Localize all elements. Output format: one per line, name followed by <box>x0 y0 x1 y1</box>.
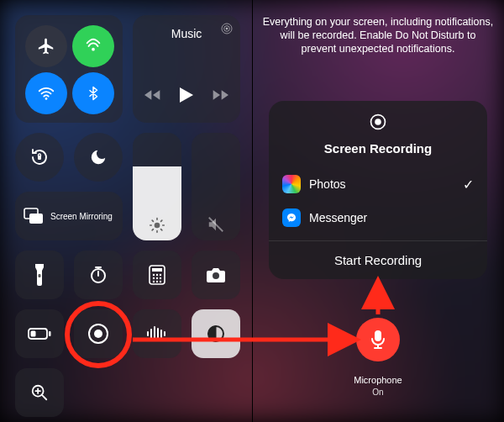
svg-point-1 <box>45 98 48 100</box>
photos-app-icon <box>282 175 301 193</box>
brightness-icon <box>133 217 181 234</box>
dark-mode-icon <box>206 324 226 344</box>
media-rewind-button[interactable] <box>144 89 161 104</box>
svg-point-15 <box>156 274 158 276</box>
screen-record-icon <box>369 113 387 131</box>
magnifier-icon <box>30 383 49 402</box>
svg-point-23 <box>213 272 219 279</box>
rotation-lock-toggle[interactable] <box>15 133 64 182</box>
svg-point-19 <box>160 277 161 279</box>
svg-rect-42 <box>375 330 381 341</box>
media-forward-button[interactable] <box>212 89 228 104</box>
svg-point-28 <box>94 330 102 338</box>
svg-point-14 <box>153 274 155 276</box>
flashlight-button[interactable] <box>15 251 64 299</box>
battery-icon <box>28 328 51 340</box>
low-power-mode-button[interactable] <box>15 309 64 358</box>
airplane-icon <box>37 37 55 55</box>
calculator-button[interactable] <box>133 251 181 299</box>
timer-button[interactable] <box>74 251 123 299</box>
camera-button[interactable] <box>192 251 240 299</box>
svg-point-22 <box>160 281 161 282</box>
wifi-toggle[interactable] <box>25 72 67 114</box>
record-target-label: Photos <box>309 177 346 191</box>
waveform-icon <box>146 326 168 341</box>
record-target-messenger[interactable]: Messenger <box>269 201 487 235</box>
microphone-toggle[interactable] <box>356 318 400 361</box>
screen-recording-pane: Everything on your screen, including not… <box>252 0 504 422</box>
brightness-slider[interactable] <box>133 133 181 240</box>
record-target-photos[interactable]: Photos ✓ <box>269 167 487 201</box>
svg-rect-13 <box>152 268 162 272</box>
cellular-icon <box>84 37 102 55</box>
svg-line-37 <box>42 395 46 399</box>
wifi-icon <box>37 84 55 103</box>
screen-recording-panel: Screen Recording Photos ✓ Messenger Star… <box>269 101 487 279</box>
connectivity-group <box>15 15 123 123</box>
svg-point-16 <box>160 274 161 276</box>
microphone-state: On <box>252 388 504 397</box>
microphone-label: Microphone <box>252 375 504 385</box>
microphone-icon <box>370 330 386 350</box>
screen-record-icon <box>87 323 109 345</box>
messenger-app-icon <box>282 208 301 227</box>
cellular-data-toggle[interactable] <box>72 25 114 67</box>
volume-slider[interactable] <box>192 133 240 240</box>
svg-point-41 <box>375 119 381 125</box>
svg-rect-10 <box>39 274 41 277</box>
airplane-mode-toggle[interactable] <box>25 25 67 67</box>
svg-point-0 <box>92 48 95 51</box>
bluetooth-toggle[interactable] <box>72 72 114 114</box>
camera-icon <box>206 266 226 283</box>
svg-point-6 <box>155 223 160 229</box>
svg-point-21 <box>156 281 158 282</box>
moon-icon <box>89 148 108 166</box>
screen-record-button[interactable] <box>74 309 123 358</box>
magnifier-button[interactable] <box>15 368 64 417</box>
screen-mirroring-icon <box>24 208 44 224</box>
media-title: Music <box>133 27 240 40</box>
start-recording-button[interactable]: Start Recording <box>269 240 487 279</box>
checkmark-icon: ✓ <box>463 177 474 193</box>
bluetooth-icon <box>86 84 101 103</box>
hearing-button[interactable] <box>133 309 181 358</box>
control-center-pane: Music Screen Mirroring <box>0 0 252 422</box>
svg-rect-26 <box>31 331 36 337</box>
screen-mirroring-label: Screen Mirroring <box>50 212 113 221</box>
svg-point-18 <box>156 277 158 279</box>
calculator-icon <box>149 265 165 285</box>
timer-icon <box>88 265 108 285</box>
rotation-lock-icon <box>29 147 50 167</box>
svg-point-17 <box>153 277 155 279</box>
do-not-disturb-toggle[interactable] <box>74 133 123 182</box>
media-play-button[interactable] <box>180 87 193 106</box>
volume-mute-icon <box>207 215 225 234</box>
screen-mirroring-button[interactable]: Screen Mirroring <box>15 192 123 240</box>
flashlight-icon <box>34 264 45 286</box>
svg-rect-25 <box>49 331 51 336</box>
svg-point-20 <box>153 281 155 282</box>
svg-rect-9 <box>29 214 43 224</box>
screen-recording-title: Screen Recording <box>269 141 487 156</box>
dark-mode-button[interactable] <box>192 309 240 358</box>
media-playback-group[interactable]: Music <box>133 15 240 123</box>
record-target-label: Messenger <box>309 211 367 224</box>
recording-instructions-text: Everything on your screen, including not… <box>262 15 494 55</box>
